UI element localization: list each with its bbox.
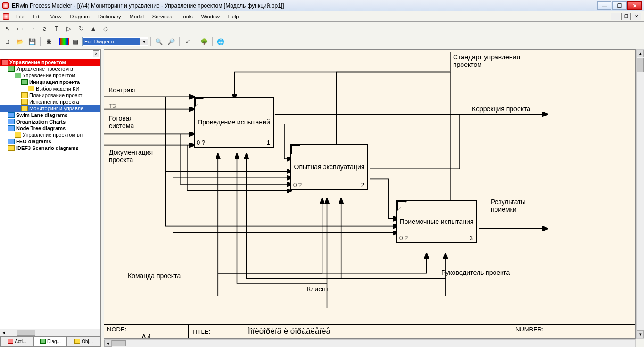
doc-restore-button[interactable]: ❐ bbox=[621, 13, 631, 20]
arrow-tool-icon[interactable]: → bbox=[26, 23, 38, 33]
maximize-button[interactable]: ❐ bbox=[612, 1, 627, 10]
tree-icon[interactable]: 🌳 bbox=[198, 36, 210, 47]
label-control: Стандарт управления проектом bbox=[453, 53, 533, 62]
zoom-combo-text: Full Diagram bbox=[83, 38, 140, 45]
tree-root[interactable]: Управление проектом bbox=[0, 59, 100, 62]
menu-help[interactable]: Help bbox=[224, 13, 243, 20]
menu-model[interactable]: Model bbox=[126, 13, 148, 20]
tree-panel: × Управление проектом Управление проекто… bbox=[0, 49, 101, 62]
palette-icon[interactable] bbox=[59, 38, 69, 45]
close-button[interactable]: ✕ bbox=[627, 1, 642, 10]
zoom-out-icon[interactable]: 🔎 bbox=[165, 36, 177, 47]
toolbar-standard: 🗋 📂 💾 🖶 ▤ Full Diagram ▾ 🔍 🔎 ✓ 🌳 🌐 bbox=[0, 35, 644, 48]
zoom-combo[interactable]: Full Diagram ▾ bbox=[82, 37, 148, 46]
open-icon[interactable]: 📂 bbox=[14, 36, 25, 47]
up-tool-icon[interactable]: ▲ bbox=[88, 23, 99, 33]
doc-minimize-button[interactable]: — bbox=[611, 13, 620, 20]
zoom-in-icon[interactable]: 🔍 bbox=[153, 36, 165, 47]
refresh-tool-icon[interactable]: ↻ bbox=[75, 23, 87, 33]
menu-tools[interactable]: Tools bbox=[177, 13, 197, 20]
window-titlebar: ERwin Process Modeler - [(A4) Мониторинг… bbox=[0, 0, 644, 11]
canvas-vscroll[interactable]: ▴ ▾ bbox=[636, 49, 644, 62]
canvas-area: Стандарт управления проектом Контракт ТЗ… bbox=[101, 49, 644, 62]
squiggle-tool-icon[interactable]: ƨ bbox=[39, 23, 50, 33]
diamond-tool-icon[interactable]: ◇ bbox=[100, 23, 111, 33]
globe-icon[interactable]: 🌐 bbox=[215, 36, 226, 47]
box-tool-icon[interactable]: ▭ bbox=[14, 23, 25, 33]
app-icon bbox=[2, 2, 9, 9]
down-tool-icon[interactable]: ▷ bbox=[63, 23, 74, 33]
pointer-tool-icon[interactable]: ↖ bbox=[2, 23, 13, 33]
minimize-button[interactable]: — bbox=[597, 1, 611, 10]
menu-diagram[interactable]: Diagram bbox=[66, 13, 93, 20]
diagram-canvas[interactable]: Стандарт управления проектом Контракт ТЗ… bbox=[104, 49, 636, 62]
diagram-wires bbox=[104, 50, 635, 62]
menu-file[interactable]: File bbox=[12, 13, 28, 20]
chevron-down-icon[interactable]: ▾ bbox=[140, 39, 148, 45]
panel-close-icon[interactable]: × bbox=[93, 50, 99, 57]
menu-edit[interactable]: Edit bbox=[29, 13, 46, 20]
app-icon-small bbox=[3, 13, 9, 20]
model-tree[interactable]: Управление проектом Управление проектом … bbox=[0, 57, 100, 62]
new-icon[interactable]: 🗋 bbox=[2, 36, 13, 47]
doc-close-button[interactable]: ✕ bbox=[632, 13, 641, 20]
menubar: File Edit View Diagram Dictionary Model … bbox=[0, 11, 644, 22]
report-icon[interactable]: ▤ bbox=[70, 36, 81, 47]
save-icon[interactable]: 💾 bbox=[26, 36, 38, 47]
menu-view[interactable]: View bbox=[47, 13, 66, 20]
menu-window[interactable]: Window bbox=[198, 13, 223, 20]
window-title: ERwin Process Modeler - [(A4) Мониторинг… bbox=[12, 2, 284, 9]
toolbar-shapes: ↖ ▭ → ƨ T ▷ ↻ ▲ ◇ bbox=[0, 22, 644, 35]
menu-dictionary[interactable]: Dictionary bbox=[94, 13, 125, 20]
text-tool-icon[interactable]: T bbox=[51, 23, 62, 33]
workspace: × Управление проектом Управление проекто… bbox=[0, 49, 644, 62]
spellcheck-icon[interactable]: ✓ bbox=[182, 36, 193, 47]
menu-services[interactable]: Services bbox=[149, 13, 176, 20]
print-icon[interactable]: 🖶 bbox=[43, 36, 54, 47]
